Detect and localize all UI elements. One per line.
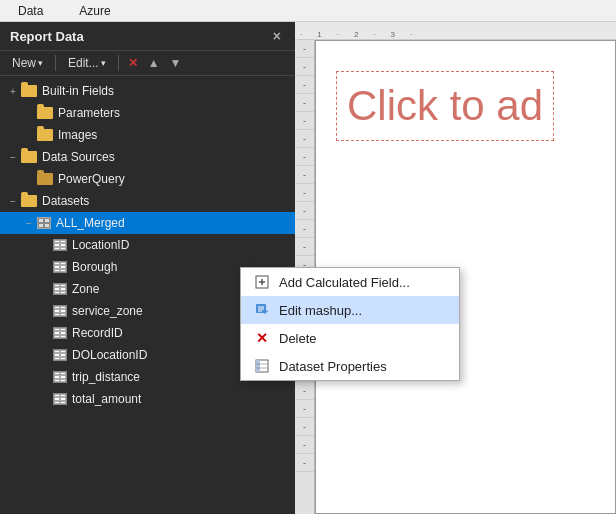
- field-icon-service-zone: [52, 305, 68, 317]
- delete-icon: ✕: [253, 330, 271, 346]
- close-button[interactable]: ×: [269, 28, 285, 44]
- tree-item-total-amount[interactable]: total_amount: [0, 388, 295, 410]
- folder-icon-builtin: [20, 84, 38, 98]
- tree-item-allmerged[interactable]: − ALL_Merged: [0, 212, 295, 234]
- move-up-button[interactable]: ▲: [145, 54, 163, 72]
- delete-button[interactable]: ✕: [125, 54, 141, 72]
- new-button[interactable]: New ▾: [6, 54, 49, 72]
- tree-item-builtin[interactable]: + Built-in Fields: [0, 80, 295, 102]
- tree-label-service-zone: service_zone: [72, 304, 143, 318]
- report-panel-title: Report Data: [10, 29, 84, 44]
- tree-label-borough: Borough: [72, 260, 117, 274]
- tree-label-total-amount: total_amount: [72, 392, 141, 406]
- edit-icon: [253, 302, 271, 318]
- top-menubar: Data Azure: [0, 0, 616, 22]
- field-icon-total-amount: [52, 393, 68, 405]
- tree-item-datasets[interactable]: − Datasets: [0, 190, 295, 212]
- expand-icon-builtin: +: [6, 86, 20, 97]
- azure-menu[interactable]: Azure: [61, 2, 128, 20]
- field-icon-dolocationid: [52, 349, 68, 361]
- context-menu: Add Calculated Field... Edit mashup...: [240, 267, 460, 381]
- canvas-placeholder[interactable]: Click to ad: [336, 71, 554, 141]
- context-label-dataset-props: Dataset Properties: [279, 359, 387, 374]
- tree-label-dolocationid: DOLocationID: [72, 348, 147, 362]
- tree-label-powerquery: PowerQuery: [58, 172, 125, 186]
- field-icon-zone: [52, 283, 68, 295]
- field-icon-trip-distance: [52, 371, 68, 383]
- tree-item-images[interactable]: Images: [0, 124, 295, 146]
- tree-item-datasources[interactable]: − Data Sources: [0, 146, 295, 168]
- move-down-button[interactable]: ▼: [167, 54, 185, 72]
- data-menu[interactable]: Data: [0, 2, 61, 20]
- context-label-add-calculated: Add Calculated Field...: [279, 275, 410, 290]
- tree-label-builtin: Built-in Fields: [42, 84, 114, 98]
- tree-label-parameters: Parameters: [58, 106, 120, 120]
- tree-label-zone: Zone: [72, 282, 99, 296]
- tree-label-images: Images: [58, 128, 97, 142]
- toolbar-sep-2: [118, 55, 119, 71]
- field-icon-locationid: [52, 239, 68, 251]
- toolbar-sep-1: [55, 55, 56, 71]
- tree-item-powerquery[interactable]: PowerQuery: [0, 168, 295, 190]
- context-label-edit-mashup: Edit mashup...: [279, 303, 362, 318]
- context-menu-edit-mashup[interactable]: Edit mashup...: [241, 296, 459, 324]
- folder-icon-parameters: [36, 106, 54, 120]
- tree-label-datasources: Data Sources: [42, 150, 115, 164]
- expand-icon-allmerged: −: [22, 218, 36, 229]
- tree-label-recordid: RecordID: [72, 326, 123, 340]
- context-menu-dataset-props[interactable]: Dataset Properties: [241, 352, 459, 380]
- dataset-icon-allmerged: [36, 217, 52, 229]
- svg-rect-9: [256, 360, 260, 372]
- tree-label-datasets: Datasets: [42, 194, 89, 208]
- props-icon: [253, 358, 271, 374]
- field-icon-borough: [52, 261, 68, 273]
- main-layout: Report Data × New ▾ Edit... ▾ ✕ ▲ ▼ +: [0, 22, 616, 514]
- top-ruler: · 1 · 2 · 3 ·: [295, 22, 616, 40]
- folder-icon-powerquery: [36, 172, 54, 186]
- report-toolbar: New ▾ Edit... ▾ ✕ ▲ ▼: [0, 51, 295, 76]
- expand-icon-datasets: −: [6, 196, 20, 207]
- folder-icon-datasets: [20, 194, 38, 208]
- folder-icon-images: [36, 128, 54, 142]
- tree-label-trip-distance: trip_distance: [72, 370, 140, 384]
- report-panel: Report Data × New ▾ Edit... ▾ ✕ ▲ ▼ +: [0, 22, 295, 514]
- tree-label-allmerged: ALL_Merged: [56, 216, 125, 230]
- context-menu-delete[interactable]: ✕ Delete: [241, 324, 459, 352]
- tree-item-locationid[interactable]: LocationID: [0, 234, 295, 256]
- field-icon-recordid: [52, 327, 68, 339]
- folder-icon-datasources: [20, 150, 38, 164]
- calc-icon: [253, 274, 271, 290]
- tree-item-parameters[interactable]: Parameters: [0, 102, 295, 124]
- expand-icon-datasources: −: [6, 152, 20, 163]
- context-menu-add-calculated[interactable]: Add Calculated Field...: [241, 268, 459, 296]
- context-label-delete: Delete: [279, 331, 317, 346]
- report-panel-titlebar: Report Data ×: [0, 22, 295, 51]
- tree-label-locationid: LocationID: [72, 238, 129, 252]
- edit-button[interactable]: Edit... ▾: [62, 54, 112, 72]
